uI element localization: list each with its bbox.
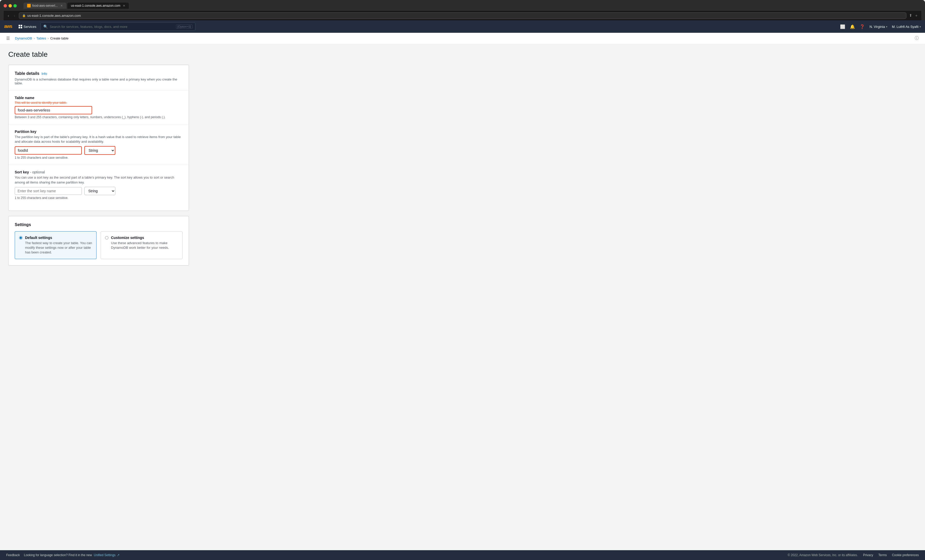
services-label: Services — [24, 25, 36, 29]
hamburger-menu[interactable]: ☰ — [6, 36, 10, 41]
sort-key-type-select[interactable]: String Number Binary — [84, 187, 115, 195]
customize-settings-radio[interactable] — [105, 236, 108, 239]
settings-card: Settings Default settings The fastest wa… — [8, 216, 189, 266]
services-menu-button[interactable]: Services — [19, 25, 36, 29]
sort-key-input-row: String Number Binary — [15, 187, 182, 195]
table-name-label: Table name — [15, 96, 182, 100]
sort-key-desc: You can use a sort key as the second par… — [15, 175, 182, 185]
customize-settings-desc: Use these advanced features to make Dyna… — [111, 241, 178, 250]
global-search-input[interactable] — [50, 25, 174, 29]
browser-chrome: food-aws-serverl... ✕ us-east-1.console.… — [0, 0, 925, 20]
tab-favicon-food — [27, 4, 31, 8]
default-settings-content: Default settings The fastest way to crea… — [25, 236, 92, 255]
browser-tab-food[interactable]: food-aws-serverl... ✕ — [24, 3, 66, 9]
partition-key-group: Partition key The partition key is part … — [15, 129, 182, 160]
tab-label-food: food-aws-serverl... — [32, 4, 58, 8]
partition-key-input[interactable] — [15, 146, 82, 155]
search-shortcut: [Option+S] — [176, 24, 193, 29]
table-details-card: Table details Info DynamoDB is a schemal… — [8, 65, 189, 211]
sort-key-group: Sort key - optional You can use a sort k… — [15, 170, 182, 199]
maximize-window-button[interactable] — [14, 4, 17, 8]
address-bar-row: ‹ › 🔒 us-east-1.console.aws.amazon.com ⬆… — [4, 11, 921, 20]
default-settings-desc: The fastest way to create your table. Yo… — [25, 241, 92, 255]
browser-actions: ⬆ ＋ — [909, 13, 918, 18]
user-label: M. Luthfi As Syafii — [892, 25, 919, 29]
table-details-header: Table details Info — [15, 71, 182, 76]
customize-settings-content: Customize settings Use these advanced fe… — [111, 236, 178, 250]
table-name-hint: This will be used to identify your table… — [15, 101, 182, 104]
partition-key-type-select[interactable]: String Number Binary — [84, 146, 115, 155]
global-search-bar[interactable]: 🔍 [Option+S] — [41, 23, 195, 31]
default-settings-title: Default settings — [25, 236, 92, 240]
search-icon: 🔍 — [44, 24, 48, 29]
settings-header: Settings — [15, 223, 182, 227]
svg-text:aws: aws — [4, 24, 12, 29]
breadcrumb-current: Create table — [50, 36, 69, 40]
table-details-info-link[interactable]: Info — [42, 72, 47, 75]
tab-label-console: us-east-1.console.aws.amazon.com — [71, 4, 120, 8]
minimize-window-button[interactable] — [9, 4, 12, 8]
region-selector[interactable]: N. Virginia — [869, 25, 887, 29]
browser-controls: food-aws-serverl... ✕ us-east-1.console.… — [4, 3, 921, 9]
unified-settings-link[interactable]: Unified Settings — [94, 553, 116, 557]
external-link-icon: ↗ — [117, 553, 119, 557]
footer-right: © 2022, Amazon Web Services, Inc. or its… — [788, 553, 919, 557]
cookie-preferences-link[interactable]: Cookie preferences — [892, 553, 919, 557]
nav-right-actions: ⬜ 🔔 ❓ N. Virginia M. Luthfi As Syafii — [840, 24, 921, 29]
settings-title: Settings — [15, 223, 31, 227]
settings-options: Default settings The fastest way to crea… — [15, 231, 182, 259]
user-menu[interactable]: M. Luthfi As Syafii — [892, 25, 921, 29]
breadcrumb-tables[interactable]: Tables — [36, 36, 46, 40]
table-name-helper: Between 3 and 255 characters, containing… — [15, 115, 182, 119]
default-settings-radio[interactable] — [19, 236, 23, 239]
grid-icon — [19, 25, 22, 29]
partition-key-input-row: String Number Binary — [15, 146, 182, 155]
browser-tab-console[interactable]: us-east-1.console.aws.amazon.com ✕ — [67, 3, 129, 9]
support-icon[interactable]: ❓ — [860, 24, 865, 29]
partition-key-desc: The partition key is part of the table's… — [15, 135, 182, 144]
add-tab-icon[interactable]: ＋ — [914, 13, 918, 18]
feedback-link[interactable]: Feedback — [6, 553, 20, 557]
footer-language-text: Looking for language selection? Find it … — [24, 553, 119, 557]
address-bar[interactable]: 🔒 us-east-1.console.aws.amazon.com — [19, 12, 906, 19]
region-label: N. Virginia — [869, 25, 885, 29]
tab-close-console[interactable]: ✕ — [123, 4, 125, 8]
breadcrumb-dynamodb[interactable]: DynamoDB — [15, 36, 32, 40]
breadcrumb: DynamoDB › Tables › Create table — [15, 36, 69, 40]
default-settings-option[interactable]: Default settings The fastest way to crea… — [15, 231, 96, 259]
aws-top-nav: aws Services 🔍 [Option+S] ⬜ 🔔 ❓ N. Virgi… — [0, 20, 925, 33]
traffic-lights — [4, 4, 17, 8]
customize-settings-option[interactable]: Customize settings Use these advanced fe… — [101, 231, 182, 259]
tab-close-food[interactable]: ✕ — [60, 4, 63, 8]
partition-key-label: Partition key — [15, 129, 182, 134]
footer-copyright: © 2022, Amazon Web Services, Inc. or its… — [788, 553, 858, 557]
sort-key-input[interactable] — [15, 187, 82, 195]
lock-icon: 🔒 — [22, 14, 26, 17]
terms-link[interactable]: Terms — [878, 553, 887, 557]
browser-tabs: food-aws-serverl... ✕ us-east-1.console.… — [24, 3, 129, 9]
notifications-icon[interactable]: 🔔 — [850, 24, 855, 29]
close-window-button[interactable] — [4, 4, 7, 8]
forward-button[interactable]: › — [13, 13, 16, 19]
table-details-subtitle: DynamoDB is a schemaless database that r… — [15, 77, 182, 85]
sort-key-helper: 1 to 255 characters and case sensitive. — [15, 196, 182, 200]
address-text: us-east-1.console.aws.amazon.com — [27, 14, 81, 18]
partition-key-helper: 1 to 255 characters and case sensitive. — [15, 156, 182, 160]
back-button[interactable]: ‹ — [7, 13, 10, 19]
main-content: Create table Table details Info DynamoDB… — [0, 44, 925, 550]
cloudshell-icon[interactable]: ⬜ — [840, 24, 845, 29]
table-details-title: Table details — [15, 71, 39, 76]
privacy-link[interactable]: Privacy — [863, 553, 873, 557]
page-title: Create table — [8, 50, 917, 59]
sub-nav: ☰ DynamoDB › Tables › Create table ⓘ — [0, 33, 925, 44]
share-icon[interactable]: ⬆ — [909, 13, 912, 18]
sort-key-label: Sort key - optional — [15, 170, 182, 174]
table-name-input[interactable] — [15, 106, 92, 114]
footer: Feedback Looking for language selection?… — [0, 550, 925, 560]
page-info-icon[interactable]: ⓘ — [914, 36, 919, 41]
table-name-group: Table name This will be used to identify… — [15, 96, 182, 119]
customize-settings-title: Customize settings — [111, 236, 178, 240]
aws-logo: aws — [4, 23, 14, 30]
breadcrumb-sep-1: › — [33, 36, 35, 40]
breadcrumb-sep-2: › — [47, 36, 48, 40]
